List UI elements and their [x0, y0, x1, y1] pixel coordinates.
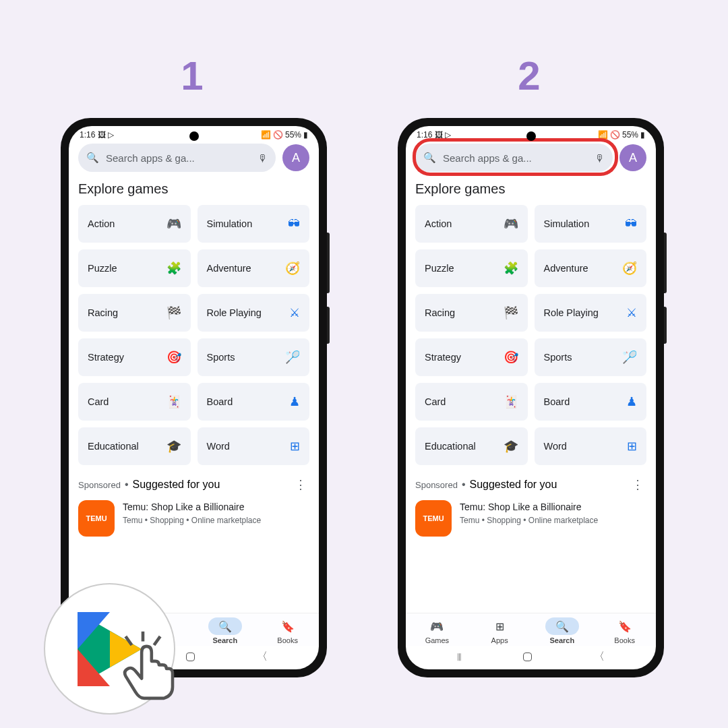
tap-gesture-icon	[113, 630, 187, 707]
puzzle-icon: 🧩	[166, 261, 181, 276]
back-button[interactable]: 〈	[257, 650, 268, 664]
action-icon: 🎮	[504, 216, 518, 231]
camera-notch	[526, 131, 536, 141]
books-icon: 🔖	[281, 620, 295, 633]
search-nav-icon: 🔍	[555, 620, 569, 633]
nav-games[interactable]: 🎮Games	[406, 617, 468, 644]
category-board[interactable]: Board♟	[198, 383, 310, 421]
category-strategy[interactable]: Strategy🎯	[415, 338, 528, 376]
category-racing[interactable]: Racing🏁	[415, 294, 528, 332]
strategy-icon: 🎯	[504, 350, 518, 365]
simulation-icon: 🕶	[288, 217, 300, 231]
system-nav: ⦀ 〈	[406, 646, 656, 669]
search-nav-icon: 🔍	[218, 620, 232, 633]
suggested-header: Sponsored • Suggested for you ⋮	[78, 477, 309, 492]
home-button[interactable]	[523, 653, 532, 661]
profile-avatar[interactable]: A	[282, 144, 309, 171]
svg-line-0	[125, 636, 131, 645]
games-icon: 🎮	[430, 620, 444, 633]
category-roleplaying[interactable]: Role Playing⚔	[198, 294, 310, 332]
recents-button[interactable]: ⦀	[457, 651, 462, 663]
search-placeholder: Search apps & ga...	[443, 152, 588, 164]
bottom-nav: 🎮Games ⊞Apps 🔍Search 🔖Books	[406, 613, 656, 646]
racing-icon: 🏁	[166, 305, 181, 320]
app-icon-temu: TEMU	[78, 500, 115, 537]
search-bar[interactable]: 🔍 Search apps & ga... 🎙	[415, 144, 613, 172]
mic-icon[interactable]: 🎙	[595, 152, 605, 164]
step-number-1: 1	[158, 53, 226, 99]
books-icon: 🔖	[618, 620, 632, 633]
educational-icon: 🎓	[166, 439, 181, 454]
suggested-app[interactable]: TEMU Temu: Shop Like a Billionaire Temu …	[415, 500, 646, 537]
home-button[interactable]	[186, 653, 195, 661]
explore-heading: Explore games	[415, 181, 646, 197]
category-adventure[interactable]: Adventure🧭	[535, 249, 647, 287]
board-icon: ♟	[289, 394, 300, 409]
roleplaying-icon: ⚔	[626, 305, 637, 320]
category-strategy[interactable]: Strategy🎯	[78, 338, 191, 376]
card-icon: 🃏	[166, 394, 181, 409]
category-simulation[interactable]: Simulation🕶	[198, 205, 310, 243]
category-puzzle[interactable]: Puzzle🧩	[415, 249, 528, 287]
category-word[interactable]: Word⊞	[198, 427, 310, 465]
svg-line-2	[154, 636, 160, 645]
back-button[interactable]: 〈	[594, 650, 605, 664]
more-icon[interactable]: ⋮	[292, 477, 309, 492]
step-number-2: 2	[495, 53, 563, 99]
category-racing[interactable]: Racing🏁	[78, 294, 191, 332]
roleplaying-icon: ⚔	[289, 305, 300, 320]
nav-search[interactable]: 🔍Search	[194, 617, 257, 644]
card-icon: 🃏	[504, 394, 518, 409]
category-action[interactable]: Action🎮	[78, 205, 191, 243]
category-card[interactable]: Card🃏	[415, 383, 528, 421]
more-icon[interactable]: ⋮	[629, 477, 646, 492]
racing-icon: 🏁	[504, 305, 518, 320]
suggested-app[interactable]: TEMU Temu: Shop Like a Billionaire Temu …	[78, 500, 309, 537]
search-icon: 🔍	[423, 152, 436, 164]
sports-icon: 🏸	[622, 350, 637, 365]
profile-avatar[interactable]: A	[619, 144, 646, 171]
category-board[interactable]: Board♟	[535, 383, 647, 421]
search-placeholder: Search apps & ga...	[106, 152, 251, 164]
category-educational[interactable]: Educational🎓	[78, 427, 191, 465]
board-icon: ♟	[626, 394, 637, 409]
category-puzzle[interactable]: Puzzle🧩	[78, 249, 191, 287]
action-icon: 🎮	[166, 216, 181, 231]
category-adventure[interactable]: Adventure🧭	[198, 249, 310, 287]
word-icon: ⊞	[290, 439, 300, 454]
mic-icon[interactable]: 🎙	[257, 152, 268, 164]
nav-books[interactable]: 🔖Books	[593, 617, 656, 644]
category-card[interactable]: Card🃏	[78, 383, 191, 421]
category-word[interactable]: Word⊞	[535, 427, 647, 465]
suggested-header: Sponsored • Suggested for you ⋮	[415, 477, 646, 492]
educational-icon: 🎓	[504, 439, 518, 454]
category-roleplaying[interactable]: Role Playing⚔	[535, 294, 647, 332]
simulation-icon: 🕶	[625, 217, 637, 231]
adventure-icon: 🧭	[622, 261, 637, 276]
category-sports[interactable]: Sports🏸	[535, 338, 647, 376]
nav-apps[interactable]: ⊞Apps	[468, 617, 531, 644]
category-action[interactable]: Action🎮	[415, 205, 528, 243]
category-educational[interactable]: Educational🎓	[415, 427, 528, 465]
sports-icon: 🏸	[285, 350, 300, 365]
strategy-icon: 🎯	[166, 350, 181, 365]
category-simulation[interactable]: Simulation🕶	[535, 205, 647, 243]
camera-notch	[189, 131, 199, 141]
nav-books[interactable]: 🔖Books	[256, 617, 319, 644]
apps-icon: ⊞	[495, 620, 504, 633]
category-sports[interactable]: Sports🏸	[198, 338, 310, 376]
phone-frame-2: 1:16 🖼 ▷ 📶 🚫 55% ▮ 🔍 Search apps & ga...…	[398, 118, 664, 677]
adventure-icon: 🧭	[285, 261, 300, 276]
explore-heading: Explore games	[78, 181, 309, 197]
app-icon-temu: TEMU	[415, 500, 452, 537]
nav-search[interactable]: 🔍Search	[531, 617, 594, 644]
puzzle-icon: 🧩	[504, 261, 518, 276]
word-icon: ⊞	[627, 439, 637, 454]
search-icon: 🔍	[86, 152, 99, 164]
search-bar[interactable]: 🔍 Search apps & ga... 🎙	[78, 144, 276, 172]
